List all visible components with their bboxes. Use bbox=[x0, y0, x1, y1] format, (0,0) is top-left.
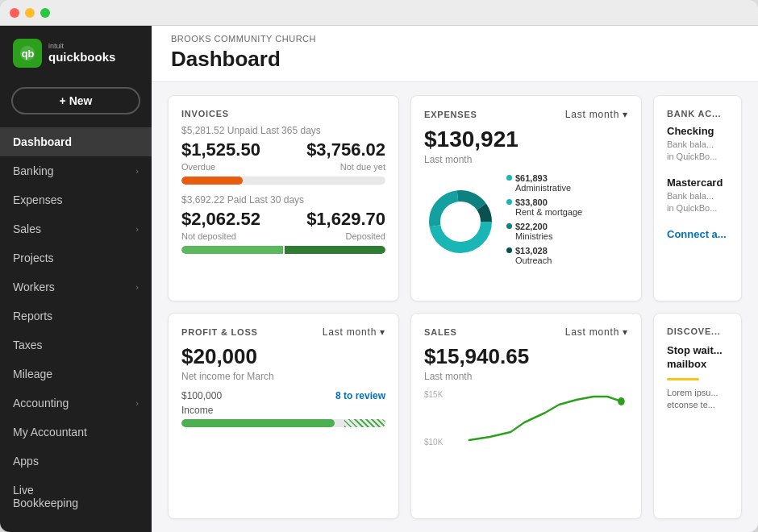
sidebar-item-taxes[interactable]: Taxes bbox=[0, 330, 152, 360]
invoices-amounts-row: $1,525.50 $3,756.02 bbox=[181, 139, 385, 160]
profit-loss-card: PROFIT & LOSS Last month ▾ $20,000 Net i… bbox=[168, 313, 399, 519]
sidebar-item-live-bookkeeping[interactable]: LiveBookkeeping bbox=[0, 476, 152, 517]
sidebar-item-label: My Accountant bbox=[13, 426, 87, 438]
legend-dot-ministries bbox=[506, 223, 512, 229]
legend-amount-ministries: $22,200 bbox=[515, 222, 548, 231]
sidebar-item-banking[interactable]: Banking › bbox=[0, 156, 152, 185]
sidebar-item-label: Accounting bbox=[13, 397, 69, 409]
income-review-link[interactable]: 8 to review bbox=[335, 390, 385, 401]
invoices-card-header: INVOICES bbox=[181, 109, 385, 118]
sidebar-item-workers[interactable]: Workers › bbox=[0, 272, 152, 301]
overdue-label: Overdue bbox=[181, 162, 215, 172]
legend-item-outreach: $13,028 Outreach bbox=[506, 246, 628, 265]
sales-period: Last month bbox=[424, 371, 628, 382]
legend-item-ministries: $22,200 Ministries bbox=[506, 222, 628, 241]
chart-label-10k: $10K bbox=[424, 438, 443, 447]
sidebar-item-label: Workers bbox=[13, 281, 55, 293]
legend-dot-outreach bbox=[506, 247, 512, 253]
legend-label-outreach: Outreach bbox=[515, 256, 552, 265]
bank-accounts-header: BANK AC... bbox=[667, 109, 728, 118]
connect-account-link[interactable]: Connect a... bbox=[667, 228, 728, 240]
sidebar-item-mileage[interactable]: Mileage bbox=[0, 360, 152, 389]
net-income-label: Net income for March bbox=[181, 371, 385, 382]
bank-accounts-title: BANK AC... bbox=[667, 109, 721, 118]
company-name: BROOKS COMMUNITY CHURCH bbox=[171, 34, 739, 47]
sidebar-item-accounting[interactable]: Accounting › bbox=[0, 389, 152, 418]
minimize-dot[interactable] bbox=[25, 8, 35, 18]
invoices-paid-section: $3,692.22 Paid Last 30 days $2,062.52 $1… bbox=[181, 194, 385, 254]
sales-period-selector[interactable]: Last month ▾ bbox=[565, 326, 628, 338]
bank-accounts-card: BANK AC... Checking Bank bala... in Quic… bbox=[653, 95, 742, 301]
expenses-total: $130,921 bbox=[424, 127, 628, 152]
dropdown-arrow-icon: ▾ bbox=[623, 326, 628, 338]
close-dot[interactable] bbox=[10, 8, 19, 18]
sales-title: SALES bbox=[424, 327, 457, 337]
not-due-label: Not due yet bbox=[340, 162, 385, 172]
expenses-legend: $61,893 Administrative $33,800 Rent & mo… bbox=[506, 173, 628, 270]
sales-chart-labels: $15K $10K bbox=[424, 390, 443, 447]
discover-title: DISCOVE... bbox=[667, 326, 728, 336]
income-row: $100,000 8 to review bbox=[181, 390, 385, 401]
sales-chart: $15K $10K bbox=[424, 390, 628, 447]
dropdown-arrow-icon: ▾ bbox=[380, 326, 385, 338]
chevron-right-icon: › bbox=[135, 224, 139, 234]
dashboard-grid: INVOICES $5,281.52 Unpaid Last 365 days … bbox=[152, 82, 758, 532]
invoices-unpaid-meta: $5,281.52 Unpaid Last 365 days bbox=[181, 125, 385, 136]
expenses-title: EXPENSES bbox=[424, 110, 477, 119]
income-text-label: Income bbox=[181, 405, 213, 416]
legend-item-administrative: $61,893 Administrative bbox=[506, 173, 628, 193]
mastercard-detail: Bank bala... in QuickBo... bbox=[667, 190, 728, 215]
sales-card: SALES Last month ▾ $15,940.65 Last month… bbox=[410, 313, 642, 519]
discover-body: Lorem ipsu...etconse te... bbox=[667, 387, 728, 412]
invoices-paid-amounts-row: $2,062.52 $1,629.70 bbox=[181, 209, 385, 230]
svg-point-7 bbox=[618, 397, 625, 405]
not-deposited-label: Not deposited bbox=[181, 231, 236, 241]
not-due-amount: $3,756.02 bbox=[306, 139, 385, 160]
legend-amount-outreach: $13,028 bbox=[515, 246, 548, 256]
sidebar-item-label: Reports bbox=[13, 310, 52, 322]
chevron-right-icon: › bbox=[135, 398, 139, 408]
sidebar: qb intuit quickbooks + New Dashboard Ban… bbox=[0, 26, 152, 532]
legend-label-rent: Rent & mortgage bbox=[515, 207, 582, 217]
sidebar-item-label: Expenses bbox=[13, 193, 62, 206]
sidebar-item-expenses[interactable]: Expenses bbox=[0, 185, 152, 214]
deposited-fill bbox=[285, 246, 386, 254]
profit-loss-period-selector[interactable]: Last month ▾ bbox=[323, 326, 385, 338]
quickbooks-label: quickbooks bbox=[48, 50, 115, 64]
sidebar-item-apps[interactable]: Apps bbox=[0, 447, 152, 476]
legend-dot-administrative bbox=[506, 175, 512, 181]
sidebar-item-label: Taxes bbox=[13, 339, 43, 351]
chevron-right-icon: › bbox=[135, 282, 139, 292]
new-button[interactable]: + New bbox=[11, 87, 140, 114]
invoices-unpaid-section: $5,281.52 Unpaid Last 365 days $1,525.50… bbox=[181, 125, 385, 185]
legend-label-ministries: Ministries bbox=[515, 231, 552, 241]
sidebar-item-dashboard[interactable]: Dashboard bbox=[0, 127, 152, 156]
expenses-layout: $61,893 Administrative $33,800 Rent & mo… bbox=[424, 173, 628, 270]
sidebar-item-reports[interactable]: Reports bbox=[0, 301, 152, 330]
sales-period-label: Last month bbox=[565, 326, 619, 338]
expenses-card: EXPENSES Last month ▾ $130,921 Last mont… bbox=[410, 95, 642, 301]
deposited-amount: $1,629.70 bbox=[306, 209, 385, 230]
legend-amount-rent: $33,800 bbox=[515, 197, 548, 207]
invoices-card: INVOICES $5,281.52 Unpaid Last 365 days … bbox=[168, 95, 399, 301]
app-body: qb intuit quickbooks + New Dashboard Ban… bbox=[0, 26, 758, 532]
invoices-paid-meta: $3,692.22 Paid Last 30 days bbox=[181, 194, 385, 206]
sales-total: $15,940.65 bbox=[424, 344, 628, 369]
main-content: BROOKS COMMUNITY CHURCH Dashboard INVOIC… bbox=[152, 26, 758, 532]
profit-loss-period-label: Last month bbox=[323, 326, 377, 338]
maximize-dot[interactable] bbox=[40, 8, 50, 18]
sidebar-item-label: Banking bbox=[13, 164, 54, 177]
sidebar-item-label: Dashboard bbox=[13, 135, 72, 148]
expenses-period-selector[interactable]: Last month ▾ bbox=[565, 109, 628, 120]
dropdown-arrow-icon: ▾ bbox=[623, 109, 628, 120]
sidebar-item-my-accountant[interactable]: My Accountant bbox=[0, 418, 152, 447]
sidebar-item-projects[interactable]: Projects bbox=[0, 243, 152, 272]
expenses-donut-chart bbox=[424, 185, 497, 258]
sidebar-item-label: Mileage bbox=[13, 368, 52, 380]
overdue-progress-bar bbox=[181, 177, 385, 185]
overdue-progress-fill bbox=[181, 177, 243, 185]
checking-name: Checking bbox=[667, 125, 728, 137]
profit-loss-header: PROFIT & LOSS Last month ▾ bbox=[181, 326, 385, 338]
svg-text:qb: qb bbox=[22, 48, 35, 60]
sidebar-item-sales[interactable]: Sales › bbox=[0, 214, 152, 243]
